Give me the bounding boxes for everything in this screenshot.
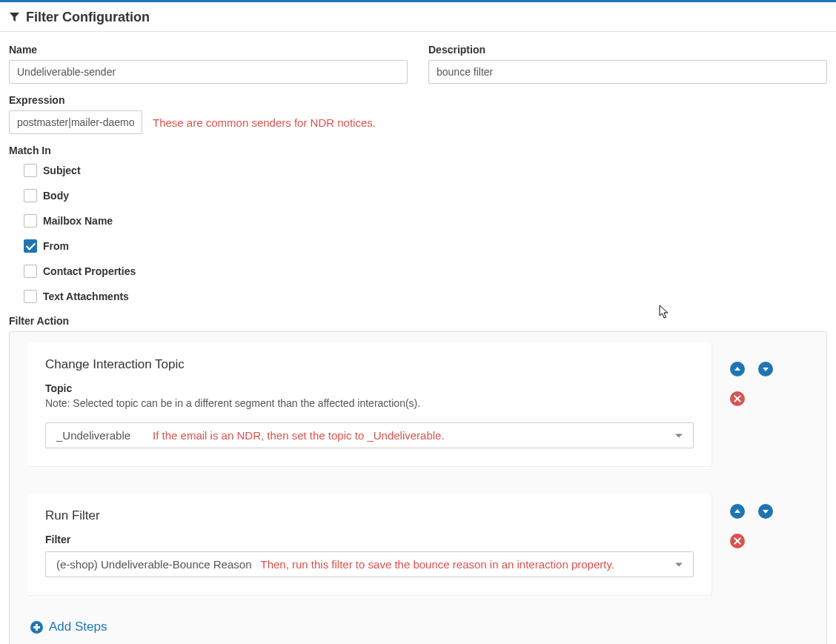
- filter-dropdown[interactable]: (e-shop) Undeliverable-Bounce Reason The…: [45, 551, 694, 577]
- action-title: Run Filter: [45, 508, 694, 523]
- chevron-down-icon: [675, 434, 683, 437]
- close-icon: [734, 537, 741, 545]
- checkbox-icon: [24, 189, 37, 202]
- checkbox-text-attachments[interactable]: Text Attachments: [24, 290, 827, 303]
- description-label: Description: [428, 44, 827, 56]
- filter-action-label: Filter Action: [9, 315, 827, 327]
- checkbox-from[interactable]: From: [24, 239, 827, 253]
- arrow-up-icon: [734, 509, 740, 513]
- page-header: Filter Configuration: [0, 2, 836, 32]
- move-up-button[interactable]: [730, 504, 745, 519]
- delete-button[interactable]: [730, 391, 745, 406]
- filter-annotation: Then, run this filter to save the bounce…: [260, 558, 614, 571]
- arrow-up-icon: [734, 367, 740, 371]
- page-title: Filter Configuration: [26, 10, 150, 25]
- checkbox-icon: [24, 214, 37, 228]
- move-up-button[interactable]: [730, 362, 745, 376]
- move-down-button[interactable]: [758, 362, 773, 376]
- arrow-down-icon: [763, 368, 769, 371]
- filter-icon: [9, 11, 20, 24]
- action-title: Change Interaction Topic: [45, 357, 694, 372]
- topic-label: Topic: [45, 382, 694, 394]
- topic-note: Note: Selected topic can be in a differe…: [45, 397, 694, 409]
- name-label: Name: [9, 44, 408, 56]
- checkbox-body[interactable]: Body: [24, 189, 827, 202]
- action-change-topic: Change Interaction Topic Topic Note: Sel…: [27, 342, 816, 479]
- checkbox-icon: [24, 290, 37, 303]
- action-run-filter: Run Filter Filter (e-shop) Undeliverable…: [27, 494, 816, 608]
- filter-label: Filter: [45, 534, 694, 545]
- delete-button[interactable]: [730, 534, 745, 548]
- checkbox-subject[interactable]: Subject: [24, 164, 827, 177]
- name-input[interactable]: [9, 60, 408, 84]
- close-icon: [734, 395, 741, 402]
- topic-annotation: If the email is an NDR, then set the top…: [153, 429, 445, 442]
- arrow-down-icon: [763, 510, 769, 514]
- expression-label: Expression: [9, 94, 408, 106]
- move-down-button[interactable]: [758, 504, 773, 519]
- plus-icon: [30, 621, 43, 634]
- expression-annotation: These are common senders for NDR notices…: [153, 116, 376, 129]
- filter-action-panel: Change Interaction Topic Topic Note: Sel…: [9, 331, 827, 644]
- checkbox-contact-properties[interactable]: Contact Properties: [24, 265, 827, 278]
- checkbox-mailbox-name[interactable]: Mailbox Name: [24, 214, 827, 228]
- add-steps-button[interactable]: Add Steps: [30, 615, 107, 639]
- checkbox-icon: [24, 265, 37, 278]
- topic-dropdown[interactable]: _Undeliverable If the email is an NDR, t…: [45, 422, 694, 448]
- description-input[interactable]: [428, 60, 827, 84]
- chevron-down-icon: [675, 562, 683, 566]
- checkbox-icon: [24, 239, 37, 253]
- expression-input[interactable]: [9, 110, 142, 134]
- match-in-label: Match In: [9, 145, 827, 156]
- checkbox-icon: [24, 164, 37, 177]
